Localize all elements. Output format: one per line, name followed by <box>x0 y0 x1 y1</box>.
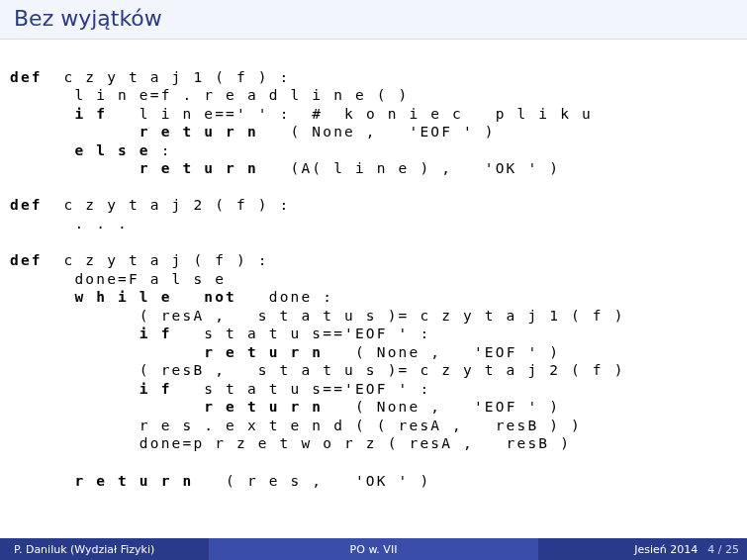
code-line: i f s t a t u s=='EOF ' : <box>10 381 430 397</box>
footer-term-text: Jesień 2014 <box>634 543 698 556</box>
code-line: ( resA , s t a t u s )= c z y t a j 1 ( … <box>10 308 625 324</box>
page-total: 25 <box>725 543 739 556</box>
code-line: l i n e=f . r e a d l i n e ( ) <box>10 87 409 103</box>
slide: Bez wyjątków def c z y t a j 1 ( f ) : l… <box>0 0 747 560</box>
footer: P. Daniluk (Wydział Fizyki) PO w. VII Je… <box>0 538 747 560</box>
code-line: i f l i n e==' ' : # k o n i e c p l i k… <box>10 106 593 122</box>
code-line: def c z y t a j ( f ) : <box>10 252 269 268</box>
footer-page: 4 / 25 <box>707 543 739 556</box>
code-line: r e t u r n ( None , 'EOF ' ) <box>10 124 496 140</box>
title-bar: Bez wyjątków <box>0 0 747 40</box>
code-line: r e t u r n (A( l i n e ) , 'OK ' ) <box>10 160 560 176</box>
code-line: done=F a l s e <box>10 271 226 287</box>
footer-lecture-text: PO w. VII <box>350 543 398 556</box>
code-line: done=p r z e t w o r z ( resA , resB ) <box>10 435 571 451</box>
slide-title: Bez wyjątków <box>14 6 162 31</box>
code-line: i f s t a t u s=='EOF ' : <box>10 326 430 341</box>
code-line: w h i l e not done : <box>10 289 333 305</box>
code-line: e l s e : <box>10 142 172 158</box>
footer-lecture: PO w. VII <box>209 538 537 560</box>
code-line: r e t u r n ( r e s , 'OK ' ) <box>10 473 430 489</box>
footer-author-text: P. Daniluk (Wydział Fizyki) <box>14 543 154 556</box>
code-line: r e t u r n ( None , 'EOF ' ) <box>10 344 560 360</box>
footer-author: P. Daniluk (Wydział Fizyki) <box>0 538 209 560</box>
code-line: ( resB , s t a t u s )= c z y t a j 2 ( … <box>10 362 625 378</box>
code-line: r e t u r n ( None , 'EOF ' ) <box>10 399 560 415</box>
footer-date: Jesień 2014 4 / 25 <box>538 538 747 560</box>
code-line: r e s . e x t e n d ( ( resA , resB ) ) <box>10 418 582 433</box>
page-current: 4 <box>707 543 714 556</box>
code-line: . . . <box>10 216 129 232</box>
code-line: def c z y t a j 2 ( f ) : <box>10 197 291 213</box>
code-line: def c z y t a j 1 ( f ) : <box>10 69 291 85</box>
code-block: def c z y t a j 1 ( f ) : l i n e=f . r … <box>0 40 747 538</box>
